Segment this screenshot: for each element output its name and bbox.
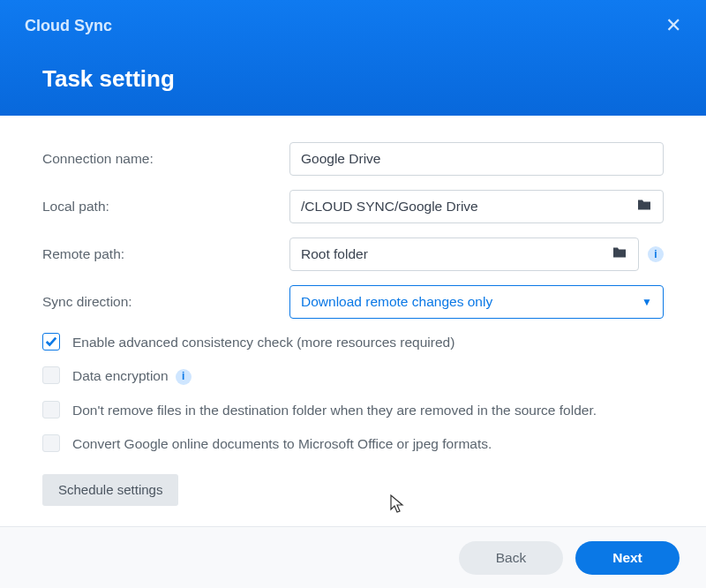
folder-icon[interactable]: [605, 246, 627, 262]
label-local-path: Local path:: [42, 199, 289, 215]
checkbox-label-text: Data encryption: [72, 366, 169, 386]
back-button[interactable]: Back: [459, 541, 563, 575]
close-icon[interactable]: ✕: [665, 16, 681, 35]
local-path-input[interactable]: /CLOUD SYNC/Google Drive: [289, 190, 664, 223]
checkbox-input[interactable]: [42, 366, 60, 384]
check-icon: [45, 335, 57, 348]
checkbox-convert-docs[interactable]: Convert Google online documents to Micro…: [42, 434, 664, 454]
checkbox-advanced-consistency[interactable]: Enable advanced consistency check (more …: [42, 333, 664, 352]
chevron-down-icon: ▼: [642, 296, 652, 308]
row-sync-direction: Sync direction: Download remote changes …: [42, 285, 664, 319]
checkbox-label: Don't remove files in the destination fo…: [72, 401, 664, 420]
remote-path-input[interactable]: Root folder: [289, 237, 639, 271]
cloud-sync-dialog: Cloud Sync ✕ Task setting Connection nam…: [0, 0, 706, 588]
checkbox-input[interactable]: [42, 434, 60, 452]
connection-name-value: Google Drive: [301, 151, 652, 167]
label-connection-name: Connection name:: [42, 151, 289, 167]
checkbox-data-encryption[interactable]: Data encryption i: [42, 366, 664, 386]
label-sync-direction: Sync direction:: [42, 294, 289, 310]
next-button[interactable]: Next: [575, 541, 680, 575]
schedule-settings-button[interactable]: Schedule settings: [42, 474, 178, 506]
sync-direction-value: Download remote changes only: [301, 294, 642, 310]
cursor-icon: [390, 494, 406, 514]
local-path-value: /CLOUD SYNC/Google Drive: [301, 199, 629, 215]
checkbox-dont-remove[interactable]: Don't remove files in the destination fo…: [42, 401, 664, 420]
checkbox-input[interactable]: [42, 401, 60, 418]
page-title: Task setting: [42, 65, 681, 93]
checkbox-label: Data encryption i: [72, 366, 664, 386]
dialog-header: Cloud Sync ✕ Task setting: [0, 0, 706, 116]
checkbox-input[interactable]: [42, 333, 60, 351]
info-icon[interactable]: i: [176, 369, 192, 385]
dialog-footer: Back Next: [0, 526, 706, 588]
dialog-body: Connection name: Google Drive Local path…: [0, 116, 706, 526]
sync-direction-select[interactable]: Download remote changes only ▼: [289, 285, 664, 319]
app-title: Cloud Sync: [25, 17, 112, 35]
checkbox-label: Enable advanced consistency check (more …: [72, 333, 664, 352]
info-icon[interactable]: i: [648, 246, 664, 262]
label-remote-path: Remote path:: [42, 246, 289, 262]
row-connection-name: Connection name: Google Drive: [42, 142, 664, 176]
row-remote-path: Remote path: Root folder i: [42, 237, 664, 271]
remote-path-value: Root folder: [301, 246, 605, 262]
checkbox-label: Convert Google online documents to Micro…: [72, 434, 664, 454]
folder-icon[interactable]: [629, 199, 652, 215]
connection-name-input[interactable]: Google Drive: [289, 142, 664, 176]
row-local-path: Local path: /CLOUD SYNC/Google Drive: [42, 190, 664, 223]
